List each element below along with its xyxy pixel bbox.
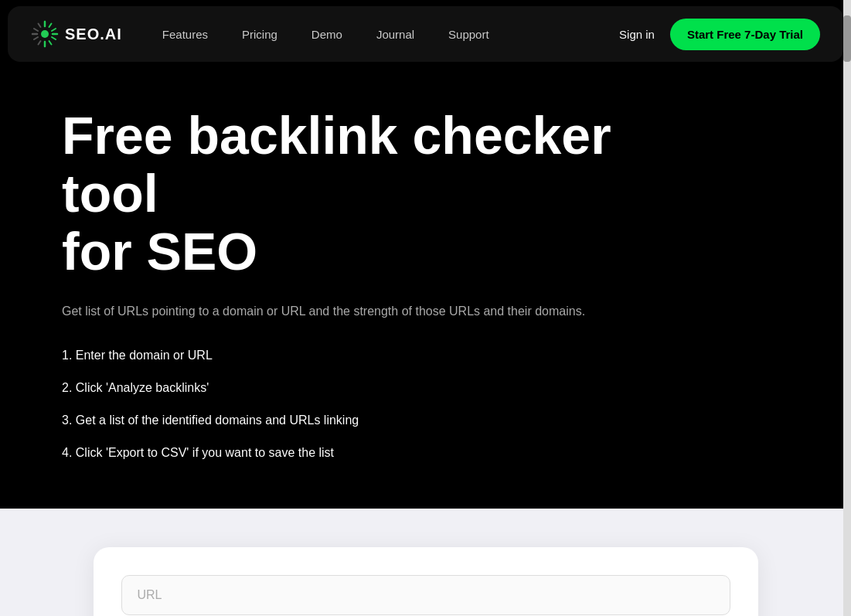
svg-line-7 <box>39 41 41 45</box>
hero-steps: 1. Enter the domain or URL 2. Click 'Ana… <box>62 346 789 462</box>
hero-step-3: 3. Get a list of the identified domains … <box>62 411 789 430</box>
nav-link-journal[interactable]: Journal <box>359 6 431 62</box>
svg-line-1 <box>49 24 52 28</box>
step-number-3: 3. <box>62 414 72 427</box>
cta-button[interactable]: Start Free 7-Day Trial <box>670 19 820 50</box>
svg-line-8 <box>34 37 38 39</box>
step-number-1: 1. <box>62 349 72 362</box>
svg-line-10 <box>34 29 38 31</box>
logo-icon <box>31 20 59 48</box>
scrollbar-thumb[interactable] <box>843 15 851 62</box>
svg-line-4 <box>52 37 56 39</box>
step-text-1: Enter the domain or URL <box>76 349 213 362</box>
nav-link-demo[interactable]: Demo <box>294 6 359 62</box>
step-number-4: 4. <box>62 446 72 459</box>
svg-point-12 <box>41 30 49 38</box>
svg-line-2 <box>52 29 56 31</box>
hero-section: Free backlink checker toolfor SEO Get li… <box>0 68 851 509</box>
svg-line-5 <box>49 41 52 45</box>
svg-line-11 <box>39 24 41 28</box>
nav-right: Sign in Start Free 7-Day Trial <box>619 19 820 50</box>
nav-link-pricing[interactable]: Pricing <box>225 6 294 62</box>
hero-subtitle: Get list of URLs pointing to a domain or… <box>62 301 665 322</box>
hero-step-2: 2. Click 'Analyze backlinks' <box>62 379 789 397</box>
step-text-4: Click 'Export to CSV' if you want to sav… <box>76 446 334 459</box>
url-input[interactable] <box>121 575 730 615</box>
hero-step-4: 4. Click 'Export to CSV' if you want to … <box>62 444 789 462</box>
step-number-2: 2. <box>62 381 72 394</box>
nav-link-support[interactable]: Support <box>431 6 506 62</box>
step-text-3: Get a list of the identified domains and… <box>76 414 359 427</box>
logo-link[interactable]: SEO.AI <box>31 20 122 48</box>
sign-in-link[interactable]: Sign in <box>619 28 655 41</box>
navigation: SEO.AI Features Pricing Demo Journal Sup… <box>8 6 843 62</box>
hero-title: Free backlink checker toolfor SEO <box>62 107 649 280</box>
step-text-2: Click 'Analyze backlinks' <box>76 381 209 394</box>
nav-link-features[interactable]: Features <box>145 6 225 62</box>
tool-section: Analyze backlinks <box>0 509 851 616</box>
scrollbar[interactable] <box>843 0 851 616</box>
nav-links: Features Pricing Demo Journal Support <box>145 6 619 62</box>
logo-text: SEO.AI <box>65 26 122 43</box>
tool-card: Analyze backlinks <box>94 547 758 616</box>
hero-step-1: 1. Enter the domain or URL <box>62 346 789 365</box>
